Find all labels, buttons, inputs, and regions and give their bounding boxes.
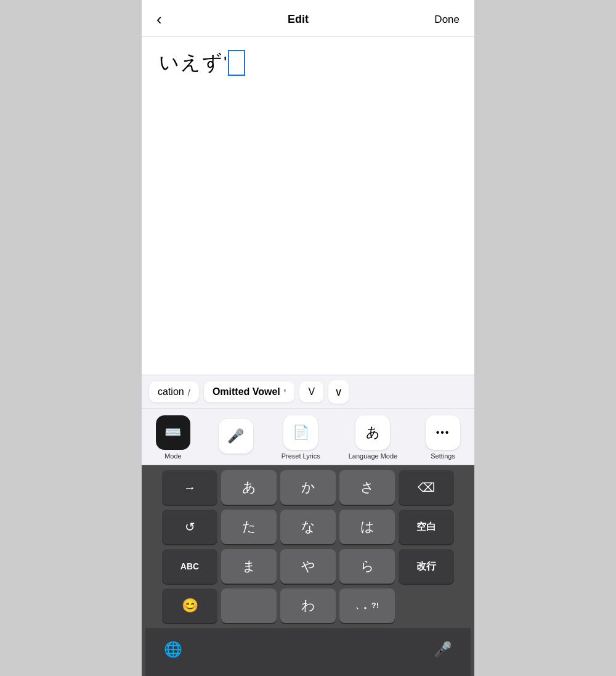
header: ‹ Edit Done [142, 0, 474, 37]
text-char-2: え [180, 49, 201, 76]
settings-label: Settings [431, 452, 455, 460]
toolbar: ⌨️ Mode 🎤 📄 Preset Lyrics あ Language Mod… [142, 409, 474, 465]
suggestion-omitted-vowel-label: Omitted Vowel [213, 386, 280, 397]
key-arrow[interactable]: → [162, 470, 217, 505]
suggestion-expand-button[interactable]: ∨ [328, 380, 349, 404]
toolbar-microphone[interactable]: 🎤 [219, 419, 253, 456]
key-punct[interactable]: 、。?! [339, 588, 395, 623]
document-icon: 📄 [293, 425, 309, 441]
suggestion-cation[interactable]: cation / [149, 381, 199, 402]
toolbar-language-mode[interactable]: あ Language Mode [349, 415, 398, 460]
done-button[interactable]: Done [434, 14, 460, 26]
key-space-jp[interactable]: 空白 [399, 510, 454, 544]
preset-lyrics-label: Preset Lyrics [282, 452, 320, 460]
suggestion-omitted-vowel-symbol: ' [284, 387, 286, 397]
suggestion-bar: cation / Omitted Vowel ' V ∨ [142, 375, 474, 409]
more-dots-icon: ••• [436, 427, 450, 438]
key-a[interactable]: あ [221, 470, 277, 505]
language-icon: あ [366, 423, 380, 442]
keyboard-bottom: 🌐 🎤 [145, 628, 471, 676]
keyboard-row-1: → あ か さ ⌫ [145, 470, 471, 505]
key-ka[interactable]: か [280, 470, 336, 505]
suggestion-omitted-vowel[interactable]: Omitted Vowel ' [204, 381, 295, 402]
text-cursor [228, 50, 245, 76]
keyboard-icon: ⌨️ [164, 425, 181, 441]
key-ya[interactable]: や [280, 549, 336, 584]
toolbar-settings[interactable]: ••• Settings [426, 415, 460, 460]
key-wa[interactable]: わ [280, 588, 336, 623]
keyboard: → あ か さ ⌫ ↺ た な は 空白 ABC ま や ら 改行 😊 ゝゝ わ… [142, 465, 474, 676]
page-title: Edit [288, 13, 309, 26]
key-sa[interactable]: さ [339, 470, 395, 505]
key-mic-bottom[interactable]: 🎤 [426, 634, 460, 665]
suggestion-v-label: V [308, 386, 315, 397]
text-editing-area: い え ず ' [142, 37, 474, 375]
text-char-3: ず [202, 49, 222, 76]
key-undo[interactable]: ↺ [162, 510, 217, 544]
key-globe[interactable]: 🌐 [156, 634, 190, 665]
language-mode-label: Language Mode [349, 452, 398, 460]
key-ha[interactable]: は [339, 510, 395, 544]
toolbar-preset-lyrics[interactable]: 📄 Preset Lyrics [282, 415, 320, 460]
text-char-1: い [159, 49, 179, 76]
toolbar-mode[interactable]: ⌨️ Mode [156, 415, 190, 460]
mode-icon-btn[interactable]: ⌨️ [156, 415, 190, 450]
preset-lyrics-icon-btn[interactable]: 📄 [283, 415, 318, 450]
chevron-down-icon: ∨ [334, 386, 342, 398]
key-enter[interactable]: 改行 [399, 549, 454, 584]
key-ta[interactable]: た [221, 510, 277, 544]
keyboard-row-3: ABC ま や ら 改行 [145, 549, 471, 584]
language-mode-icon-btn[interactable]: あ [355, 415, 390, 450]
key-ma[interactable]: ま [221, 549, 277, 584]
back-button[interactable]: ‹ [156, 10, 162, 29]
keyboard-row-2: ↺ た な は 空白 [145, 510, 471, 544]
microphone-icon: 🎤 [227, 428, 244, 444]
key-abc[interactable]: ABC [162, 549, 217, 584]
microphone-icon-btn[interactable]: 🎤 [219, 419, 253, 454]
text-apostrophe: ' [224, 53, 227, 73]
key-ra[interactable]: ら [339, 549, 395, 584]
key-na[interactable]: な [280, 510, 336, 544]
mode-label: Mode [164, 452, 182, 460]
key-wa-special[interactable]: ゝゝ [221, 588, 277, 623]
keyboard-row-4: 😊 ゝゝ わ 、。?! [145, 588, 471, 623]
settings-icon-btn[interactable]: ••• [426, 415, 460, 450]
text-content: い え ず ' [159, 49, 457, 76]
phone-frame: ‹ Edit Done い え ず ' cation / Omitted Vow… [142, 0, 474, 676]
suggestion-cation-symbol: / [188, 387, 190, 397]
suggestion-v[interactable]: V [299, 381, 323, 402]
key-backspace[interactable]: ⌫ [399, 470, 454, 505]
key-emoji[interactable]: 😊 [162, 588, 217, 623]
suggestion-cation-label: cation [158, 386, 184, 397]
